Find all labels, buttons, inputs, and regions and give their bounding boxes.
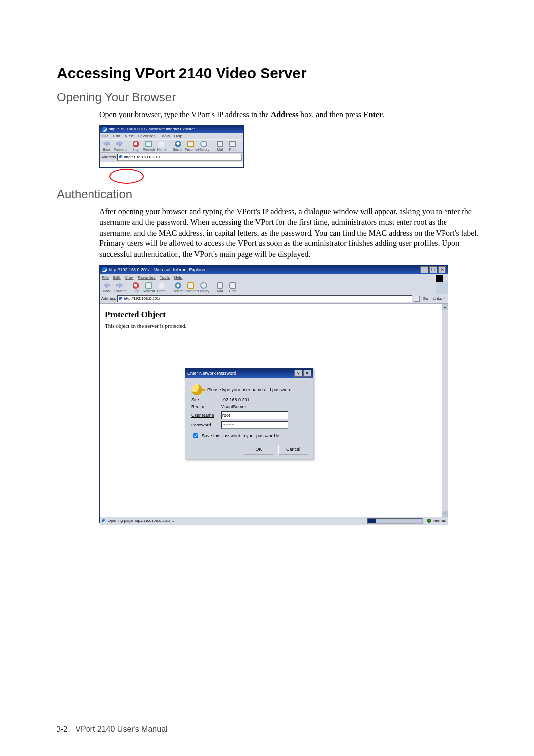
favorites-button[interactable]: Favorites — [185, 282, 197, 293]
protected-object-text: This object on the server is protected. — [100, 323, 448, 329]
menu-view[interactable]: View — [125, 275, 134, 280]
address-dropdown-icon[interactable] — [414, 296, 420, 302]
menu-file[interactable]: File — [102, 134, 109, 138]
print-button[interactable]: Print — [227, 282, 239, 293]
address-field[interactable]: http://192.168.0.201/ — [117, 154, 242, 161]
forward-button[interactable]: Forward — [114, 141, 126, 151]
refresh-button[interactable]: Refresh — [143, 282, 155, 293]
address-value: http://192.168.0.201/ — [124, 296, 160, 302]
search-button[interactable]: Search — [172, 141, 184, 151]
home-button[interactable]: Home — [156, 141, 168, 151]
username-label: User Name — [191, 413, 218, 418]
history-button[interactable]: History — [198, 282, 210, 293]
favorites-icon — [187, 141, 194, 147]
menu-tools[interactable]: Tools — [160, 134, 170, 138]
history-icon — [200, 141, 207, 147]
history-icon — [200, 282, 207, 289]
zone-indicator: Internet — [427, 519, 446, 523]
menu-favorites[interactable]: Favorites — [138, 275, 156, 280]
forward-arrow-icon — [116, 141, 123, 147]
menu-edit[interactable]: Edit — [113, 134, 121, 138]
dialog-title: Enter Network Password — [187, 371, 236, 376]
print-button[interactable]: Print — [227, 141, 239, 151]
dialog-help-button[interactable]: ? — [294, 370, 302, 377]
auth-paragraph: After opening your browser and typing th… — [99, 206, 480, 260]
forward-button[interactable]: Forward — [114, 282, 126, 293]
save-password-label[interactable]: Save this password in your password list — [202, 433, 282, 438]
home-button[interactable]: Home — [156, 282, 168, 293]
menu-favorites[interactable]: Favorites — [138, 134, 156, 138]
search-icon — [175, 141, 181, 147]
ok-button[interactable]: OK — [244, 445, 273, 455]
menu-edit[interactable]: Edit — [113, 275, 121, 280]
page-title: Accessing VPort 2140 Video Server — [57, 65, 480, 82]
stop-button[interactable]: Stop — [130, 141, 142, 151]
opening-text-post: . — [383, 110, 385, 119]
menu-tools[interactable]: Tools — [160, 275, 170, 280]
dialog-close-button[interactable]: ✕ — [303, 370, 311, 377]
realm-label: Realm — [191, 404, 218, 409]
cancel-button[interactable]: Cancel — [278, 445, 308, 455]
password-input[interactable] — [221, 421, 288, 429]
ie-small-window: http://192.168.0.201/ - Microsoft Intern… — [99, 125, 244, 168]
progress-fill — [368, 519, 376, 523]
mail-button[interactable]: Mail — [214, 141, 226, 151]
ie-content-area: Protected Object This object on the serv… — [100, 303, 448, 517]
opening-bold-address: Address — [271, 110, 299, 119]
minimize-button[interactable]: _ — [420, 266, 428, 273]
toolbar-separator — [212, 282, 212, 293]
history-button[interactable]: History — [198, 141, 210, 151]
username-input[interactable] — [221, 411, 288, 419]
close-button[interactable]: ✕ — [438, 266, 446, 273]
window-buttons: _ ❐ ✕ — [420, 266, 446, 273]
ie-page-icon — [102, 519, 106, 523]
favorites-icon — [187, 282, 194, 289]
opening-text-mid: box, and then press — [298, 110, 363, 119]
mail-button[interactable]: Mail — [214, 282, 226, 293]
home-icon — [158, 282, 165, 289]
site-value: 192.168.0.201 — [221, 397, 250, 402]
save-password-checkbox[interactable] — [193, 433, 198, 438]
search-button[interactable]: Search — [172, 282, 184, 293]
maximize-button[interactable]: ❐ — [429, 266, 437, 273]
annotation-circle — [109, 169, 144, 184]
ie-page-icon — [119, 155, 123, 159]
ie-large-title: http://192.168.0.201/ - Microsoft Intern… — [109, 267, 206, 272]
forward-arrow-icon — [116, 282, 123, 289]
doc-title: VPort 2140 User's Manual — [75, 725, 167, 733]
refresh-icon — [145, 282, 152, 289]
address-field[interactable]: http://192.168.0.201/ — [117, 295, 412, 302]
links-button[interactable]: Links » — [431, 296, 446, 301]
scroll-up-icon[interactable]: ▴ — [442, 304, 448, 310]
menu-file[interactable]: File — [102, 275, 109, 280]
section-auth-heading: Authentication — [57, 188, 480, 201]
ie-small-toolbar: Back Forward Stop Refresh Home Search Fa… — [100, 139, 243, 153]
back-button[interactable]: Back — [101, 141, 113, 151]
print-icon — [229, 282, 236, 289]
back-button[interactable]: Back — [101, 282, 113, 293]
refresh-button[interactable]: Refresh — [143, 141, 155, 151]
stop-button[interactable]: Stop — [130, 282, 142, 293]
toolbar-separator — [212, 141, 212, 151]
status-text: Opening page http://192.168.0.201/… — [108, 519, 174, 523]
favorites-button[interactable]: Favorites — [185, 141, 197, 151]
ie-logo-icon — [102, 267, 107, 272]
ie-small-title: http://192.168.0.201/ - Microsoft Intern… — [109, 127, 195, 131]
scrollbar[interactable]: ▴ ▾ — [442, 304, 448, 517]
scroll-down-icon[interactable]: ▾ — [442, 511, 448, 517]
keys-icon — [191, 384, 202, 395]
go-button[interactable]: Go — [421, 296, 430, 301]
page-footer: 3-2 VPort 2140 User's Manual — [57, 725, 168, 734]
ie-large-menubar: File Edit View Favorites Tools Help — [100, 274, 448, 281]
back-arrow-icon — [103, 141, 110, 147]
stop-icon — [133, 282, 139, 289]
protected-object-heading: Protected Object — [100, 304, 448, 323]
ie-page-icon — [119, 297, 123, 301]
menu-help[interactable]: Help — [174, 275, 183, 280]
stop-icon — [133, 141, 139, 147]
menu-help[interactable]: Help — [174, 134, 183, 138]
opening-text-pre: Open your browser, type the VPort's IP a… — [99, 110, 271, 119]
address-label: Address — [101, 155, 116, 159]
back-arrow-icon — [103, 282, 110, 289]
menu-view[interactable]: View — [125, 134, 134, 138]
